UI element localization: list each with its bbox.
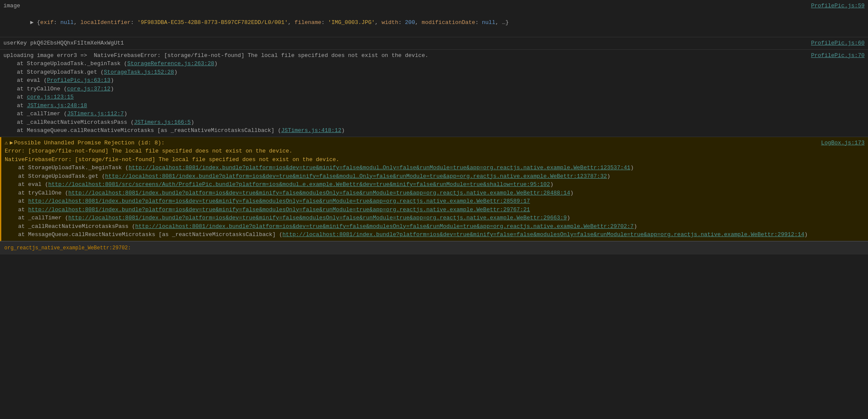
upload-error-section: uploading image error3 => NativeFirebase… bbox=[0, 50, 868, 137]
stack-text-7: at _callTimer (JSTimers.js:112:7) bbox=[3, 110, 865, 118]
image-source[interactable]: ProfilePic.js:59 bbox=[811, 2, 865, 10]
userkey-source[interactable]: ProfilePic.js:60 bbox=[811, 39, 865, 48]
promise-stack-line-9: at MessageQueue.callReactNativeMicrotask… bbox=[5, 230, 865, 239]
promise-stack-link-6[interactable]: http://localhost:8081/index.bundle?platf… bbox=[28, 207, 530, 213]
promise-stack-link-4[interactable]: http://localhost:8081/index.bundle?platf… bbox=[68, 190, 570, 196]
promise-stack-line-8: at _callReactNativeMicrotasksPass (http:… bbox=[5, 222, 865, 231]
promise-stack-text-2: at StorageUploadTask.get (http://localho… bbox=[5, 172, 865, 181]
userkey-text: userKey pkQ62EbsHQQhxF1ItmXeHAxWgUt1 bbox=[3, 39, 811, 48]
promise-stack-line-3: at eval (http://localhost:8081/src/scree… bbox=[5, 180, 865, 189]
promise-stack-link-9[interactable]: http://localhost:8081/index.bundle?platf… bbox=[283, 231, 805, 238]
stack-text-4: at tryCallOne (core.js:37:12) bbox=[3, 85, 865, 93]
console-container: image ProfilePic.js:59 ▶ {exif: null, lo… bbox=[0, 0, 868, 419]
image-exif-line: ▶ {exif: null, localIdentifier: '9F983DB… bbox=[3, 10, 865, 36]
promise-stack-line-5: at http://localhost:8081/index.bundle?pl… bbox=[5, 197, 865, 206]
promise-stack-line-2: at StorageUploadTask.get (http://localho… bbox=[5, 172, 865, 181]
promise-error-line-1: Error: [storage/file-not-found] The loca… bbox=[5, 147, 865, 156]
stack-line-7: at _callTimer (JSTimers.js:112:7) bbox=[3, 110, 865, 118]
stack-link-3[interactable]: ProfilePic.js:63:13 bbox=[47, 77, 110, 84]
image-section: image ProfilePic.js:59 ▶ {exif: null, lo… bbox=[0, 0, 868, 37]
promise-stack-link-1[interactable]: http://localhost:8081/index.bundle?platf… bbox=[129, 165, 630, 171]
image-exif-text: ▶ {exif: null, localIdentifier: '9F983DB… bbox=[3, 10, 865, 36]
promise-stack-text-4: at tryCallOne (http://localhost:8081/ind… bbox=[5, 189, 865, 198]
stack-line-9: at MessageQueue.callReactNativeMicrotask… bbox=[3, 126, 865, 135]
stack-text-2: at StorageUploadTask.get (StorageTask.js… bbox=[3, 68, 865, 77]
upload-error-text: uploading image error3 => NativeFirebase… bbox=[3, 51, 811, 60]
stack-link-4[interactable]: core.js:37:12 bbox=[67, 86, 110, 92]
userkey-section: userKey pkQ62EbsHQQhxF1ItmXeHAxWgUt1 Pro… bbox=[0, 37, 868, 50]
stack-line-2: at StorageUploadTask.get (StorageTask.js… bbox=[3, 68, 865, 77]
stack-link-7[interactable]: JSTimers.js:112:7 bbox=[67, 111, 124, 117]
promise-stack-link-8[interactable]: http://localhost:8081/index.bundle?platf… bbox=[135, 223, 633, 230]
promise-stack-text-6: at http://localhost:8081/index.bundle?pl… bbox=[5, 206, 865, 214]
promise-stack-link-7[interactable]: http://localhost:8081/index.bundle?platf… bbox=[68, 215, 567, 221]
promise-stack-text-8: at _callReactNativeMicrotasksPass (http:… bbox=[5, 222, 865, 231]
promise-stack-text-7: at _callTimer (http://localhost:8081/ind… bbox=[5, 214, 865, 222]
promise-stack-line-7: at _callTimer (http://localhost:8081/ind… bbox=[5, 214, 865, 222]
warning-title: Possible Unhandled Promise Rejection (id… bbox=[14, 139, 165, 147]
warning-source[interactable]: LogBox.js:173 bbox=[821, 139, 865, 147]
stack-text-6: at JSTimers.js:248:18 bbox=[3, 102, 865, 110]
stack-text-3: at eval (ProfilePic.js:63:13) bbox=[3, 76, 865, 85]
stack-line-8: at _callReactNativeMicrotasksPass (JSTim… bbox=[3, 118, 865, 127]
promise-stack-line-1: at StorageUploadTask._beginTask (http://… bbox=[5, 164, 865, 172]
bottom-bar: org_reactjs_native_example_WeBettr:29702… bbox=[0, 241, 868, 254]
triangle-icon: ▶ bbox=[10, 139, 13, 147]
promise-stack-line-4: at tryCallOne (http://localhost:8081/ind… bbox=[5, 189, 865, 198]
userkey-line: userKey pkQ62EbsHQQhxF1ItmXeHAxWgUt1 Pro… bbox=[3, 39, 865, 48]
promise-stack-link-5[interactable]: http://localhost:8081/index.bundle?platf… bbox=[28, 198, 530, 204]
promise-stack-text-9: at MessageQueue.callReactNativeMicrotask… bbox=[5, 230, 865, 239]
bottom-label: org_reactjs_native_example_WeBettr:29702… bbox=[4, 244, 131, 252]
stack-link-2[interactable]: StorageTask.js:152:28 bbox=[104, 69, 174, 75]
promise-stack-text-1: at StorageUploadTask._beginTask (http://… bbox=[5, 164, 865, 172]
upload-error-source[interactable]: ProfilePic.js:70 bbox=[811, 51, 865, 60]
warning-header-left: ⚠ ▶ Possible Unhandled Promise Rejection… bbox=[5, 139, 165, 147]
stack-line-1: at StorageUploadTask._beginTask (Storage… bbox=[3, 60, 865, 68]
image-label: image bbox=[3, 2, 811, 10]
stack-link-8[interactable]: JSTimers.js:166:5 bbox=[134, 119, 191, 126]
promise-error-text-1: Error: [storage/file-not-found] The loca… bbox=[5, 147, 865, 156]
warning-icon: ⚠ bbox=[5, 139, 8, 147]
promise-stack-text-3: at eval (http://localhost:8081/src/scree… bbox=[5, 180, 865, 189]
image-line: image ProfilePic.js:59 bbox=[3, 2, 865, 10]
stack-text-8: at _callReactNativeMicrotasksPass (JSTim… bbox=[3, 118, 865, 127]
stack-line-3: at eval (ProfilePic.js:63:13) bbox=[3, 76, 865, 85]
promise-stack-line-6: at http://localhost:8081/index.bundle?pl… bbox=[5, 206, 865, 214]
upload-error-main: uploading image error3 => NativeFirebase… bbox=[3, 51, 865, 60]
stack-link-9[interactable]: JSTimers.js:418:12 bbox=[281, 127, 341, 134]
promise-stack-link-2[interactable]: http://localhost:8081/index.bundle?platf… bbox=[105, 173, 607, 180]
stack-line-4: at tryCallOne (core.js:37:12) bbox=[3, 85, 865, 93]
promise-error-line-2: NativeFirebaseError: [storage/file-not-f… bbox=[5, 156, 865, 164]
promise-warning-section: ⚠ ▶ Possible Unhandled Promise Rejection… bbox=[0, 137, 868, 241]
promise-error-text-2: NativeFirebaseError: [storage/file-not-f… bbox=[5, 156, 865, 164]
warning-header: ⚠ ▶ Possible Unhandled Promise Rejection… bbox=[5, 139, 865, 147]
stack-link-5[interactable]: core.js:123:15 bbox=[27, 94, 74, 100]
stack-line-6: at JSTimers.js:248:18 bbox=[3, 102, 865, 110]
stack-link-6[interactable]: JSTimers.js:248:18 bbox=[27, 102, 87, 109]
stack-text-1: at StorageUploadTask._beginTask (Storage… bbox=[3, 60, 865, 68]
promise-stack-text-5: at http://localhost:8081/index.bundle?pl… bbox=[5, 197, 865, 206]
stack-link-1[interactable]: StorageReference.js:263:28 bbox=[127, 60, 214, 67]
stack-text-5: at core.js:123:15 bbox=[3, 93, 865, 102]
stack-line-5: at core.js:123:15 bbox=[3, 93, 865, 102]
stack-text-9: at MessageQueue.callReactNativeMicrotask… bbox=[3, 126, 865, 135]
promise-stack-link-3[interactable]: http://localhost:8081/src/screens/Auth/P… bbox=[48, 181, 550, 188]
